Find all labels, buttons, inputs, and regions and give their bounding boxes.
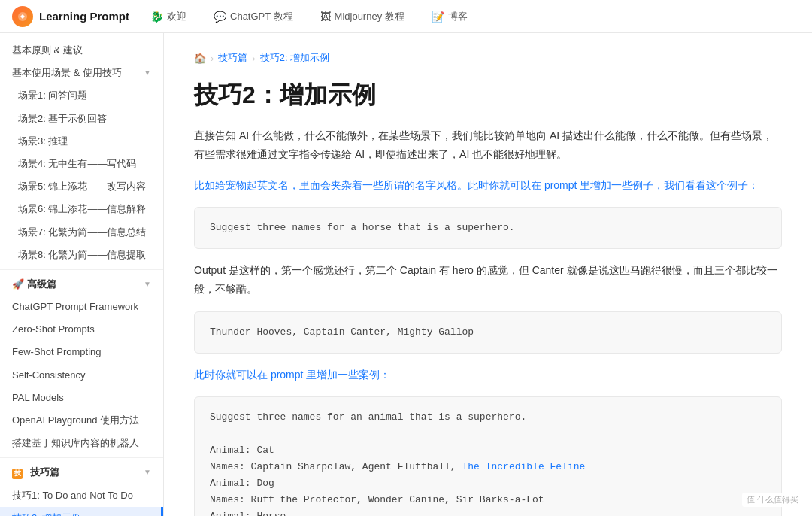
chevron-down-icon: ▼ <box>144 467 151 478</box>
sidebar-item-tip1[interactable]: 技巧1: To Do and Not To Do <box>0 484 163 507</box>
sidebar-item-scene2[interactable]: 场景2: 基于示例回答 <box>0 108 163 130</box>
sidebar: 基本原则 & 建议 基本使用场景 & 使用技巧 ▼ 场景1: 问答问题 场景2:… <box>0 33 164 516</box>
sidebar-item-scene8[interactable]: 场景8: 化繁为简——信息提取 <box>0 244 163 266</box>
sidebar-item-openai-playground[interactable]: OpenAI Playground 使用方法 <box>0 409 163 432</box>
tips-badge: 技 <box>12 469 23 479</box>
intro-para-1: 直接告知 AI 什么能做，什么不能做外，在某些场景下，我们能比较简单地向 AI … <box>194 126 782 164</box>
breadcrumb-sep-2: › <box>252 53 255 64</box>
chatgpt-icon: 💬 <box>214 11 226 23</box>
sidebar-item-tip2[interactable]: 技巧2: 增加示例 <box>0 507 163 516</box>
sidebar-item-basic-principles[interactable]: 基本原则 & 建议 <box>0 39 163 62</box>
nav-welcome-label: 欢迎 <box>167 10 186 23</box>
prompt-hint-para: 此时你就可以在 prompt 里增加一些案例： <box>194 366 782 384</box>
welcome-icon: 🐉 <box>150 11 163 23</box>
main-layout: 基本原则 & 建议 基本使用场景 & 使用技巧 ▼ 场景1: 问答问题 场景2:… <box>0 33 812 516</box>
sidebar-item-scene1[interactable]: 场景1: 问答问题 <box>0 84 163 107</box>
nav-blog-label: 博客 <box>448 10 468 23</box>
top-navigation: Learning Prompt 🐉 欢迎 💬 ChatGPT 教程 🖼 Midj… <box>0 0 812 33</box>
code-block-3: Suggest three names for an animal that i… <box>194 396 782 516</box>
sidebar-divider-1 <box>0 269 163 270</box>
highlight-text: The Incredible Feline <box>462 461 585 472</box>
sidebar-item-basic-usage[interactable]: 基本使用场景 & 使用技巧 ▼ <box>0 62 163 84</box>
page-title: 技巧2：增加示例 <box>194 80 782 111</box>
midjourney-icon: 🖼 <box>320 11 331 23</box>
code-block-1: Suggest three names for a horse that is … <box>194 207 782 249</box>
home-icon[interactable]: 🏠 <box>194 53 206 64</box>
nav-welcome[interactable]: 🐉 欢迎 <box>144 7 192 26</box>
main-content: 🏠 › 技巧篇 › 技巧2: 增加示例 技巧2：增加示例 直接告知 AI 什么能… <box>164 33 812 516</box>
sidebar-item-knowledge-bot[interactable]: 搭建基于知识库内容的机器人 <box>0 432 163 454</box>
breadcrumb-current: 技巧2: 增加示例 <box>260 51 329 65</box>
logo-text: Learning Prompt <box>39 10 129 23</box>
sidebar-item-scene7[interactable]: 场景7: 化繁为简——信息总结 <box>0 221 163 244</box>
nav-midjourney[interactable]: 🖼 Midjourney 教程 <box>314 7 411 26</box>
sidebar-item-scene6[interactable]: 场景6: 锦上添花——信息解释 <box>0 198 163 220</box>
nav-midjourney-label: Midjourney 教程 <box>335 10 404 23</box>
sidebar-section-advanced[interactable]: 🚀 高级篇 ▼ <box>0 273 163 296</box>
sidebar-item-scene3[interactable]: 场景3: 推理 <box>0 130 163 153</box>
nav-blog[interactable]: 📝 博客 <box>426 7 474 26</box>
sidebar-item-self-consistency[interactable]: Self-Consistency <box>0 364 163 387</box>
sidebar-item-scene5[interactable]: 场景5: 锦上添花——改写内容 <box>0 175 163 198</box>
sidebar-divider-2 <box>0 457 163 458</box>
sidebar-item-chatgpt-framework[interactable]: ChatGPT Prompt Framework <box>0 296 163 318</box>
nav-chatgpt[interactable]: 💬 ChatGPT 教程 <box>208 7 299 26</box>
breadcrumb-section[interactable]: 技巧篇 <box>218 51 247 65</box>
logo-icon <box>12 6 33 27</box>
output-para: Output 是这样的，第一个感觉还行，第二个 Captain 有 hero 的… <box>194 261 782 299</box>
sidebar-item-zero-shot[interactable]: Zero-Shot Prompts <box>0 318 163 341</box>
sidebar-item-few-shot[interactable]: Few-Shot Prompting <box>0 341 163 363</box>
nav-chatgpt-label: ChatGPT 教程 <box>230 10 293 23</box>
sidebar-item-pal-models[interactable]: PAL Models <box>0 387 163 409</box>
breadcrumb-sep-1: › <box>211 53 214 64</box>
watermark: 值 什么值得买 <box>742 493 803 507</box>
intro-para-2: 比如给宠物起英文名，里面会夹杂着一些所谓的名字风格。此时你就可以在 prompt… <box>194 176 782 195</box>
code-block-2: Thunder Hooves, Captain Canter, Mighty G… <box>194 311 782 354</box>
logo[interactable]: Learning Prompt <box>12 6 129 27</box>
sidebar-item-scene4[interactable]: 场景4: 无中生有——写代码 <box>0 153 163 175</box>
chevron-down-icon: ▼ <box>144 279 151 290</box>
sidebar-section-tips[interactable]: 技 技巧篇 ▼ <box>0 461 163 484</box>
blog-icon: 📝 <box>432 11 444 23</box>
breadcrumb: 🏠 › 技巧篇 › 技巧2: 增加示例 <box>194 51 782 65</box>
chevron-down-icon: ▼ <box>144 68 151 78</box>
